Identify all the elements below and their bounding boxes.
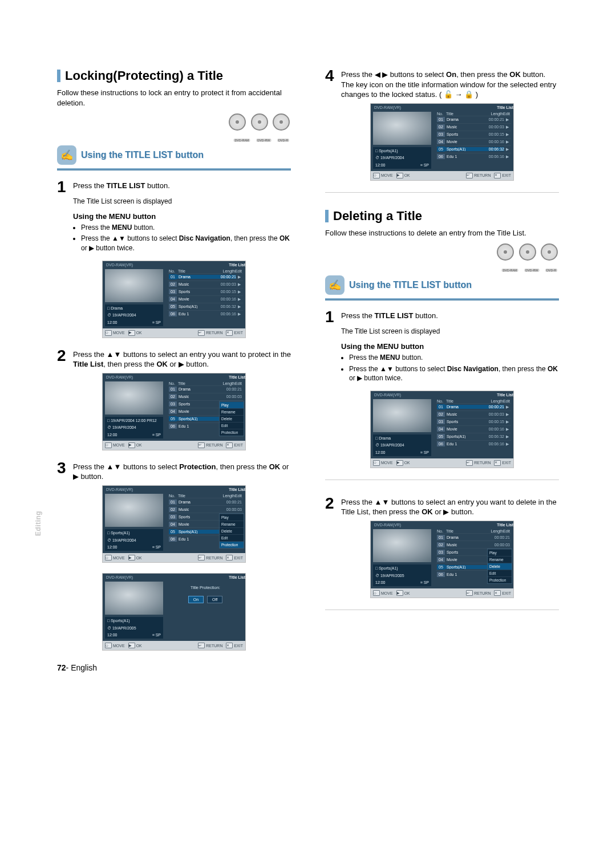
locking-step2: Press the ▲▼ buttons to select an entry …	[73, 348, 291, 369]
sub-heading: ✍ Using the TITLE LIST button	[325, 275, 559, 295]
menu-bullet-2: Press the ▲▼ buttons to select Disc Navi…	[349, 364, 559, 383]
tl-preview	[373, 529, 431, 562]
context-menu[interactable]: Play Rename Delete Edit Protection	[487, 549, 512, 584]
locking-intro: Follow these instructions to lock an ent…	[57, 88, 291, 108]
sub-heading-text: Using the TITLE LIST button	[81, 150, 204, 160]
hand-icon: ✍	[57, 145, 76, 165]
disc-label: DVD-RW	[256, 139, 271, 141]
disc-label: DVD-RW	[524, 269, 539, 271]
deleting-step2: Press the ▲▼ buttons to select an entry …	[341, 496, 559, 517]
disc-icons	[325, 243, 559, 261]
title-list-panel: DVD-RAM(VR)Title List □ Drama ⏱ 19/APR/2…	[102, 261, 246, 338]
step-number: 4	[325, 68, 338, 100]
step-number: 1	[57, 180, 70, 194]
menu-bullet-1: Press the MENU button.	[81, 223, 291, 232]
context-menu[interactable]: Play Rename Delete Edit Protection	[219, 401, 244, 436]
menu-bullet-2: Press the ▲▼ buttons to select Disc Navi…	[81, 234, 291, 252]
disc-label: DVD-RAM	[501, 269, 518, 271]
unlock-icon: 🔓	[444, 90, 453, 99]
title-list-panel: DVD-RAM(VR)Title List □ Sports(A1) ⏱ 19/…	[370, 521, 514, 598]
locking-step3: Press the ▲▼ buttons to select Protectio…	[73, 461, 291, 482]
hand-icon: ✍	[325, 275, 345, 295]
disc-icons	[57, 113, 291, 131]
side-section-label: Editing	[34, 511, 42, 536]
menu-sub-heading: Using the MENU button	[341, 342, 559, 351]
disc-label: DVD-RAM	[233, 139, 250, 141]
sub-heading: ✍ Using the TITLE LIST button	[57, 145, 291, 165]
tl-preview	[105, 494, 163, 527]
menu-bullet-1: Press the MENU button.	[349, 353, 559, 362]
step-number: 2	[325, 496, 338, 517]
heading-deleting: Deleting a Title	[325, 209, 559, 224]
del-step1-text: Press the TITLE LIST button.	[341, 311, 438, 320]
disc-icon	[273, 113, 290, 131]
title-list-panel: DVD-RAM(VR)Title List □ Sports(A1) ⏱ 19/…	[102, 573, 246, 651]
step1-sub: The Title List screen is displayed	[73, 197, 291, 205]
tl-preview	[105, 582, 163, 615]
step-number: 3	[57, 461, 70, 482]
disc-label: DVD-R	[277, 139, 289, 141]
sub-heading-text: Using the TITLE LIST button	[349, 280, 472, 290]
title-list-panel: DVD-RAM(VR)Title List □ 19/APR/2004 12:0…	[102, 373, 246, 450]
heading-locking: Locking(Protecting) a Title	[57, 68, 291, 83]
disc-icon	[497, 243, 514, 261]
disc-icon	[519, 243, 536, 261]
disc-icon	[251, 113, 268, 131]
title-list-panel: DVD-RAM(VR)Title List □ Drama ⏱ 19/APR/2…	[370, 391, 514, 468]
step1-text: Press the TITLE LIST button.	[73, 181, 170, 190]
tl-preview	[105, 269, 163, 302]
tl-preview	[373, 399, 431, 432]
disc-icon	[229, 113, 246, 131]
menu-sub-heading: Using the MENU button	[73, 212, 291, 221]
lock-icon: 🔒	[464, 90, 473, 99]
context-menu[interactable]: Play Rename Delete Edit Protection	[219, 513, 244, 549]
protection-dialog-label: Title Protection:	[191, 585, 220, 590]
protection-off-button[interactable]: Off	[207, 596, 222, 603]
locking-step4: Press the ◀ ▶ buttons to select On, then…	[341, 68, 559, 100]
del-step1-sub: The Title List screen is displayed	[341, 327, 559, 335]
disc-icon	[541, 243, 558, 261]
tl-preview	[105, 381, 163, 415]
disc-label: DVD-R	[545, 269, 557, 271]
page-footer: 72- English	[57, 663, 97, 672]
deleting-intro: Follow these instructions to delete an e…	[325, 228, 559, 238]
title-list-panel: DVD-RAM(VR)Title List □ Sports(A1) ⏱ 19/…	[370, 103, 514, 181]
step-number: 1	[325, 310, 338, 324]
step-number: 2	[57, 348, 70, 369]
tl-preview	[373, 112, 431, 145]
title-list-panel: DVD-RAM(VR)Title List □ Sports(A1) ⏱ 19/…	[102, 485, 246, 563]
protection-on-button[interactable]: On	[188, 596, 204, 603]
